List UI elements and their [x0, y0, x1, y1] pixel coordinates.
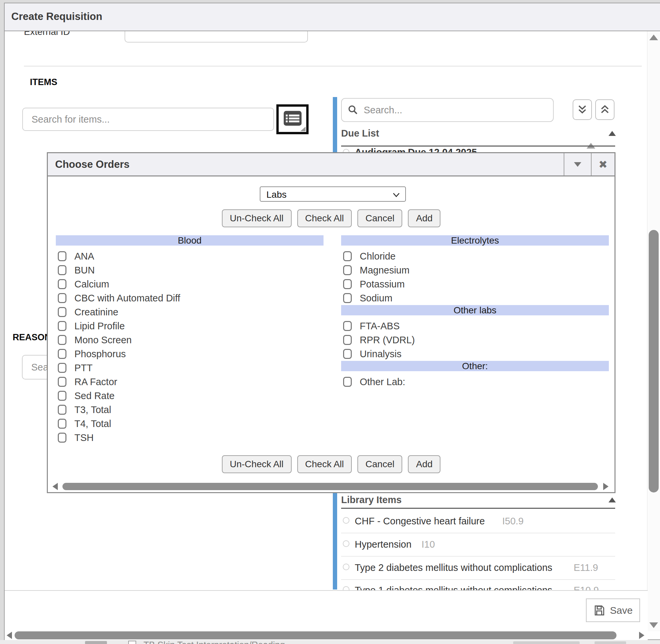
- order-label: PTT: [74, 363, 93, 373]
- checkbox[interactable]: [58, 307, 66, 317]
- library-item-radio[interactable]: [343, 564, 349, 570]
- add-button[interactable]: Add: [408, 455, 441, 473]
- order-row[interactable]: Urinalysis: [341, 347, 609, 361]
- order-label: FTA-ABS: [360, 321, 400, 331]
- checkbox[interactable]: [343, 251, 352, 261]
- order-row[interactable]: Other Lab:: [341, 375, 609, 389]
- order-label: Phosphorus: [74, 349, 126, 360]
- checkbox[interactable]: [343, 377, 352, 387]
- checkbox[interactable]: [343, 279, 352, 289]
- library-items-title: Library Items: [341, 495, 402, 505]
- checkbox[interactable]: [343, 321, 352, 331]
- checkbox[interactable]: [343, 265, 352, 275]
- scroll-down-icon[interactable]: [650, 622, 658, 628]
- checkbox[interactable]: [58, 335, 66, 345]
- scroll-left-icon[interactable]: [52, 483, 58, 490]
- modal-horizontal-scrollbar[interactable]: [48, 482, 614, 491]
- search-icon: [348, 105, 358, 115]
- order-row[interactable]: Chloride: [341, 249, 609, 263]
- order-row[interactable]: Magnesium: [341, 263, 609, 277]
- library-items-list: CHF - Congestive heart failure I50.9 Hyp…: [341, 508, 615, 590]
- scroll-left-icon[interactable]: [7, 632, 12, 639]
- order-row[interactable]: FTA-ABS: [341, 319, 609, 333]
- scroll-up-icon[interactable]: [650, 34, 658, 40]
- horizontal-scrollbar[interactable]: [5, 631, 648, 640]
- checkbox[interactable]: [58, 419, 66, 429]
- expand-all-button[interactable]: [573, 99, 592, 120]
- library-item-code: I10: [422, 539, 435, 550]
- checkbox[interactable]: [343, 335, 352, 345]
- order-row[interactable]: Phosphorus: [56, 347, 324, 361]
- order-row[interactable]: TSH: [56, 431, 324, 445]
- cancel-button[interactable]: Cancel: [357, 455, 402, 473]
- double-chevron-down-icon: [576, 104, 588, 115]
- check-all-button[interactable]: Check All: [297, 455, 352, 473]
- order-row[interactable]: RPR (VDRL): [341, 333, 609, 347]
- checkbox[interactable]: [58, 391, 66, 401]
- dialog-footer: Save: [5, 590, 648, 631]
- order-label: Urinalysis: [360, 349, 402, 360]
- choose-orders-modal: Choose Orders ✖ Labs Un-Check All Check …: [47, 152, 615, 493]
- close-icon: ✖: [598, 158, 608, 171]
- order-row[interactable]: Mono Screen: [56, 333, 324, 347]
- vertical-scrollbar-thumb[interactable]: [649, 230, 659, 492]
- due-list-collapse-icon[interactable]: [609, 131, 616, 136]
- modal-titlebar: Choose Orders: [48, 153, 614, 177]
- order-row[interactable]: CBC with Automated Diff: [56, 291, 324, 305]
- library-items-collapse-icon[interactable]: [609, 498, 616, 502]
- modal-close-button[interactable]: ✖: [591, 153, 614, 176]
- library-item-radio[interactable]: [343, 586, 349, 590]
- order-row[interactable]: Creatinine: [56, 305, 324, 319]
- checkbox[interactable]: [58, 251, 66, 261]
- save-button[interactable]: Save: [586, 598, 640, 622]
- scroll-right-icon[interactable]: [603, 483, 609, 490]
- library-item-radio[interactable]: [343, 517, 349, 524]
- order-row[interactable]: ANA: [56, 249, 324, 263]
- items-heading: ITEMS: [30, 77, 57, 87]
- cancel-button[interactable]: Cancel: [357, 209, 402, 227]
- order-row[interactable]: BUN: [56, 263, 324, 277]
- collapse-all-button[interactable]: [595, 99, 614, 120]
- order-label: ANA: [74, 251, 94, 262]
- scroll-right-icon[interactable]: [639, 632, 644, 639]
- choose-orders-button[interactable]: [276, 104, 309, 134]
- order-row[interactable]: Sodium: [341, 291, 609, 305]
- add-button[interactable]: Add: [408, 209, 441, 227]
- order-row[interactable]: Calcium: [56, 277, 324, 291]
- checkbox[interactable]: [58, 321, 66, 331]
- items-search-input[interactable]: [22, 108, 274, 131]
- order-label: RA Factor: [74, 376, 117, 388]
- vertical-scrollbar[interactable]: [647, 31, 660, 631]
- library-item-label: Type 1 diabetes mellitus without complic…: [355, 585, 552, 590]
- horizontal-scrollbar-thumb[interactable]: [15, 631, 616, 639]
- checkbox[interactable]: [58, 433, 66, 443]
- check-all-button[interactable]: Check All: [297, 209, 352, 227]
- order-label: Chloride: [360, 251, 396, 262]
- modal-scrollbar-thumb[interactable]: [63, 483, 598, 490]
- checkbox[interactable]: [343, 349, 352, 359]
- uncheck-all-button[interactable]: Un-Check All: [222, 455, 292, 473]
- order-row[interactable]: T3, Total: [56, 403, 324, 417]
- order-row[interactable]: PTT: [56, 361, 324, 375]
- order-row[interactable]: Lipid Profile: [56, 319, 324, 333]
- modal-minimize-button[interactable]: [564, 153, 591, 176]
- checkbox[interactable]: [58, 377, 66, 387]
- checkbox[interactable]: [58, 293, 66, 303]
- order-row[interactable]: T4, Total: [56, 417, 324, 431]
- uncheck-all-button[interactable]: Un-Check All: [222, 209, 292, 227]
- checkbox[interactable]: [343, 293, 352, 303]
- column-header: Other:: [341, 361, 609, 371]
- order-label: CBC with Automated Diff: [74, 293, 180, 304]
- order-row[interactable]: Sed Rate: [56, 389, 324, 403]
- checkbox[interactable]: [58, 279, 66, 289]
- checkbox[interactable]: [58, 363, 66, 373]
- library-item-radio[interactable]: [343, 540, 349, 547]
- checkbox[interactable]: [58, 349, 66, 359]
- category-select[interactable]: Labs: [260, 186, 406, 202]
- order-row[interactable]: RA Factor: [56, 375, 324, 389]
- checkbox[interactable]: [58, 405, 66, 415]
- order-row[interactable]: Potassium: [341, 277, 609, 291]
- panel-search-input[interactable]: [341, 98, 554, 122]
- checkbox[interactable]: [58, 265, 66, 275]
- divider: [341, 579, 615, 580]
